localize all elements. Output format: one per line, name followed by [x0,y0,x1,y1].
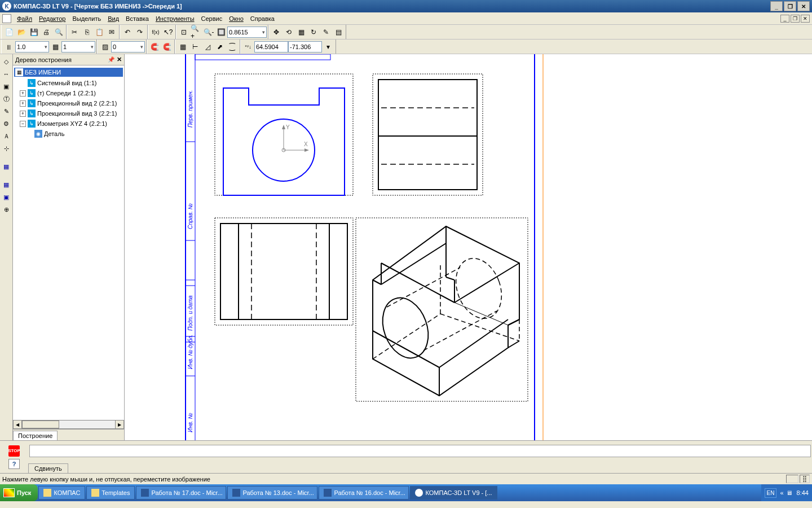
redo-button[interactable]: ↷ [134,26,146,38]
preview-button[interactable]: 🔍 [52,26,65,38]
hole-tool[interactable]: ▣ [1,191,12,203]
coord-lock-button[interactable]: ▾ [322,41,334,53]
save-button[interactable]: 💾 [28,26,40,38]
tray-icon[interactable]: « [780,489,783,496]
menu-select[interactable]: Выделить [69,14,104,23]
cut-button[interactable]: ✂ [68,26,81,38]
zoom-fit-button[interactable]: ⊡ [178,26,190,38]
param-button[interactable]: ⁐ [226,41,239,53]
expand-icon[interactable]: + [20,90,26,97]
zoom-out-button[interactable]: 🔍- [202,26,215,38]
expand-icon[interactable]: + [20,111,26,117]
color-combo[interactable]: 0 [111,41,145,52]
ortho-button[interactable]: ⊢ [189,41,201,53]
snap-off-button[interactable]: 🧲 [161,41,173,53]
coord-y-input[interactable] [288,41,322,52]
paste-button[interactable]: 📋 [93,26,105,38]
layer-icon[interactable]: ▦ [49,41,61,53]
zoom-combo[interactable]: 0.8615 [227,27,267,38]
cut-tool[interactable]: ⊕ [1,204,12,215]
menu-file[interactable]: Файл [14,14,36,23]
param-tool[interactable]: ⚙ [1,118,12,129]
task-kompas-app[interactable]: КОМПАС-3D LT V9 - [... [410,486,497,500]
mdi-minimize[interactable]: _ [780,15,789,23]
maximize-button[interactable]: ❐ [784,1,796,11]
tray-icon[interactable]: 🖥 [786,489,792,496]
zoom-window-button[interactable]: 🔲 [215,26,227,38]
dimension-tool[interactable]: ↔ [1,68,12,80]
tree-body[interactable]: ▦ БЕЗ ИМЕНИ ↳ Системный вид (1:1) +↳ (т)… [13,65,124,420]
tree-item-proj3[interactable]: +↳ Проекционный вид 3 (2.2:1) [14,108,123,119]
view-tool[interactable]: ▦ [1,161,12,172]
menu-help[interactable]: Справка [247,14,278,23]
tree-root[interactable]: ▦ БЕЗ ИМЕНИ [14,68,123,77]
new-button[interactable]: 📄 [3,26,15,38]
clock[interactable]: 8:44 [797,489,809,496]
task-kompas-folder[interactable]: КОМПАС [38,486,85,500]
print-button[interactable]: 🖨 [40,26,52,38]
grid-button[interactable]: ▦ [176,41,189,53]
task-word-16[interactable]: Работа № 16.doc - Micr... [319,486,409,500]
measure-tool[interactable]: Ａ [1,130,12,142]
3d-tool[interactable]: ▦ [1,179,12,190]
open-button[interactable]: 📂 [15,26,28,38]
tree-item-proj2[interactable]: +↳ Проекционный вид 2 (2.2:1) [14,98,123,108]
rebuild-button[interactable]: ▦ [295,26,307,38]
tree-item-system[interactable]: ↳ Системный вид (1:1) [14,78,123,88]
linewidth-combo[interactable]: 1.0 [15,41,49,52]
snap-on-button[interactable]: 🧲 [148,41,161,53]
layer-combo[interactable]: 1 [61,41,95,52]
start-button[interactable]: Пуск [0,484,38,501]
help-cursor-button[interactable]: ↖? [162,26,174,38]
text-tool[interactable]: Ⓣ [1,93,12,104]
refresh-button[interactable]: ↻ [307,26,320,38]
measure-button[interactable]: ✎ [320,26,332,38]
scroll-left-icon[interactable]: ◀ [13,420,22,429]
symbol-tool[interactable]: ▣ [1,81,12,92]
zoom-in-button[interactable]: 🔍+ [190,26,202,38]
property-tab-move[interactable]: Сдвинуть [28,463,68,473]
minimize-button[interactable]: _ [770,1,783,11]
undo-button[interactable]: ↶ [121,26,134,38]
props-button[interactable]: ✉ [105,26,118,38]
task-word-13[interactable]: Работа № 13.doc - Micr... [227,486,317,500]
pin-icon[interactable]: 📌 [108,56,114,63]
drawing-canvas[interactable]: Перв. примен. Справ. № Подп. и дата Инв.… [125,54,812,440]
close-button[interactable]: ✕ [797,1,810,11]
collapse-icon[interactable]: − [20,121,26,127]
mdi-restore[interactable]: ❐ [791,15,800,23]
tree-item-part[interactable]: ◉ Деталь [14,129,123,139]
tree-tab-build[interactable]: Построение [13,431,58,440]
hatch-icon[interactable]: ▨ [99,41,111,53]
scroll-thumb[interactable] [22,421,59,428]
task-word-17[interactable]: Работа № 17.doc - Micr... [136,486,226,500]
task-templates-folder[interactable]: Templates [86,486,135,500]
edit-tool[interactable]: ✎ [1,106,12,117]
mdi-close[interactable]: ✕ [801,15,810,23]
vars-button[interactable]: f(x) [149,26,162,38]
round-button[interactable]: ⬈ [214,41,226,53]
menu-window[interactable]: Окно [226,14,247,23]
menu-editor[interactable]: Редактор [36,14,69,23]
select-tool[interactable]: ⊹ [1,143,12,154]
stop-button[interactable]: STOP [8,445,20,457]
menu-tools[interactable]: Инструменты [152,14,198,23]
status-grip[interactable]: ⣿ [800,475,810,483]
layers-button[interactable]: ▤ [332,26,345,38]
menu-view[interactable]: Вид [104,14,122,23]
menu-service[interactable]: Сервис [198,14,226,23]
coord-x-input[interactable] [254,41,288,52]
language-indicator[interactable]: EN [765,488,777,498]
panel-help-button[interactable]: ? [8,459,20,469]
tree-item-front[interactable]: +↳ (т) Спереди 1 (2.2:1) [14,88,123,98]
pan-button[interactable]: ✥ [270,26,283,38]
geometry-tool[interactable]: ◇ [1,56,12,67]
local-cs-button[interactable]: ◿ [201,41,214,53]
scroll-right-icon[interactable]: ▶ [115,420,124,429]
tree-hscroll[interactable]: ◀ ▶ [13,420,124,429]
menu-insert[interactable]: Вставка [122,14,152,23]
expand-icon[interactable]: + [20,100,26,107]
copy-button[interactable]: ⎘ [81,26,93,38]
rotate-button[interactable]: ⟲ [283,26,295,38]
tree-item-iso[interactable]: −↳ Изометрия XYZ 4 (2.2:1) [14,119,123,129]
